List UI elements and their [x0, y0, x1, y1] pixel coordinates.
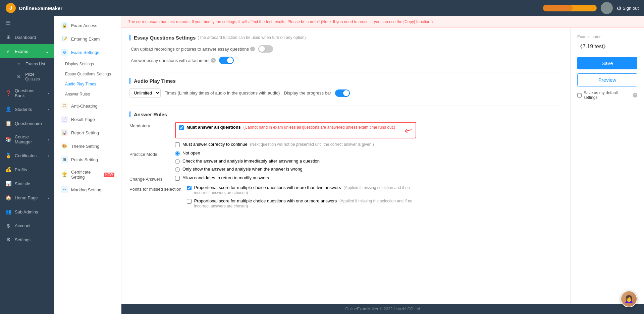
default-settings-checkbox[interactable] [577, 93, 582, 98]
red-arrow-icon: ↙ [402, 123, 415, 137]
check-immediately-row: Check the answer and analysis immediatel… [175, 159, 320, 164]
must-answer-all-checkbox[interactable] [179, 125, 184, 130]
sec-sidebar-label: Exam Access [71, 23, 97, 28]
answer-attachment-toggle[interactable] [219, 57, 234, 64]
must-answer-correctly-row: Must answer correctly to continue (Next … [175, 142, 416, 147]
not-open-radio[interactable] [175, 151, 180, 156]
power-icon: ⏻ [617, 6, 621, 11]
footer-text: OnlineExamMaker © 2022 Haozhi CO.Ltd [345, 307, 420, 311]
save-button[interactable]: Save [577, 57, 637, 69]
sidebar-item-certificates[interactable]: 🏅 Certificates [0, 148, 54, 163]
sidebar-item-label: Home Page [15, 195, 38, 200]
sidebar-item-label: Exams List [25, 62, 45, 66]
audio-play-times-section: Audio Play Times Unlimited 1 2 3 5 10 Ti… [129, 78, 562, 98]
sec-sidebar-label: Entering Exam [71, 37, 100, 42]
mandatory-row: Mandatory Must answer all questions (Can… [129, 122, 562, 147]
sidebar-item-statistic[interactable]: 📊 Statistic [0, 177, 54, 191]
toggle-knob [259, 46, 265, 52]
sub-item-essay-questions[interactable]: Essay Questions Settings [54, 69, 121, 79]
audio-times-select[interactable]: Unlimited 1 2 3 5 10 [129, 88, 161, 98]
essay-questions-title: Essay Questions Settings (The artboard f… [129, 35, 562, 41]
sub-item-audio-play-times[interactable]: Audio Play Times [54, 79, 121, 89]
sec-sidebar-exam-settings[interactable]: ⚙ Exam Settings [54, 46, 121, 59]
sidebar-item-home-page[interactable]: 🏠 Home Page [0, 191, 54, 205]
settings-icon: ⚙ [5, 237, 11, 243]
dashboard-icon: ⊞ [5, 34, 11, 40]
show-wrong-row: Only show the answer and analysis when t… [175, 167, 320, 172]
sidebar-item-exams-list[interactable]: ○ Exams List [11, 58, 54, 69]
sec-sidebar-label: Result Page [71, 117, 95, 122]
show-wrong-radio[interactable] [175, 167, 180, 172]
sidebar-item-course-manager[interactable]: 📚 Course Manager [0, 130, 54, 148]
sidebar-item-prize-quizzes[interactable]: ✕ Prize Quizzes [11, 69, 54, 84]
sec-sidebar-report-setting[interactable]: 📊 Report Setting [54, 126, 121, 139]
logo: J OnlineExamMaker [5, 3, 62, 13]
menu-toggle[interactable]: ☰ [0, 16, 54, 30]
sec-sidebar-result-page[interactable]: 📄 Result Page [54, 113, 121, 126]
exam-settings-icon: ⚙ [61, 49, 68, 56]
sidebar-item-questions-bank[interactable]: ❓ Questions Bank [0, 84, 54, 102]
essay-subtitle: (The artboard function can be used when … [198, 35, 306, 40]
proportional-multi-checkbox[interactable] [187, 186, 192, 190]
sidebar-item-questionnaire[interactable]: 📋 Questionnaire [0, 116, 54, 130]
answer-attachment-row: Answer essay questions with attachment ? [129, 57, 562, 64]
toggle-knob [227, 57, 233, 63]
sec-sidebar-certificate-setting[interactable]: 🏆 Certificate Setting NEW [54, 166, 121, 183]
sec-sidebar-theme-setting[interactable]: 🎨 Theme Setting [54, 139, 121, 153]
content-area: Essay Questions Settings (The artboard f… [121, 28, 644, 304]
preview-button[interactable]: Preview [577, 73, 637, 86]
sec-sidebar-marking-setting[interactable]: ✏ Marking Setting [54, 183, 121, 196]
sidebar-item-account[interactable]: $ Account [0, 219, 54, 233]
sec-sidebar-entering-exam[interactable]: 📝 Entering Exam [54, 32, 121, 46]
sec-sidebar-label: Exam Settings [71, 50, 99, 55]
questions-icon: ❓ [5, 90, 11, 96]
sign-out-button[interactable]: ⏻ Sign out [617, 6, 639, 11]
proportional-one-checkbox[interactable] [187, 199, 192, 204]
sidebar-item-exams[interactable]: ✓ Exams [0, 44, 54, 58]
upload-recordings-toggle[interactable] [258, 45, 273, 53]
help-icon-default[interactable]: ? [633, 93, 637, 98]
right-panel: Exam's name 《7.19 test》 Save Preview Sav… [570, 28, 644, 304]
sec-sidebar-exam-access[interactable]: 🔒 Exam Access [54, 19, 121, 32]
help-icon-upload[interactable]: ? [250, 47, 255, 51]
check-immediately-radio[interactable] [175, 159, 180, 164]
default-settings-row: Save as my default settings ? [577, 90, 637, 100]
audio-play-row: Unlimited 1 2 3 5 10 Times (Limit play t… [129, 88, 562, 98]
sec-sidebar-anti-cheating[interactable]: 🛡 Anti-Cheating [54, 99, 121, 113]
sec-sidebar-label: Anti-Cheating [71, 104, 98, 109]
user-avatar[interactable] [601, 2, 613, 14]
progress-bar-label: Display the progress bar [284, 90, 331, 96]
mandatory-checkboxes: Must answer all questions (Cannot hand i… [175, 122, 416, 147]
help-icon-attachment[interactable]: ? [211, 58, 216, 63]
must-answer-all-label: Must answer all questions (Cannot hand i… [186, 125, 395, 130]
sidebar-item-label: Prize Quizzes [25, 72, 49, 81]
logo-icon: J [5, 3, 16, 13]
sec-sidebar-points-setting[interactable]: ⊞ Points Setting [54, 153, 121, 166]
points-setting-icon: ⊞ [61, 156, 68, 163]
admins-icon: 👥 [5, 209, 11, 215]
profits-icon: 💰 [5, 167, 11, 173]
sidebar-item-profits[interactable]: 💰 Profits [0, 163, 54, 177]
divider2 [129, 106, 562, 106]
proportional-multi-row: Proportional score for multiple choice q… [187, 185, 422, 195]
sub-item-display-settings[interactable]: Display Settings [54, 59, 121, 69]
sidebar-item-label: Exams [15, 49, 28, 54]
layout: ☰ ⊞ Dashboard ✓ Exams ○ Exams List ✕ Pri… [0, 16, 644, 314]
sec-sidebar-label: Report Setting [71, 130, 99, 135]
progress-bar-toggle[interactable] [335, 89, 350, 97]
points-missed-options: Proportional score for multiple choice q… [187, 185, 422, 208]
sidebar-item-sub-admins[interactable]: 👥 Sub Admins [0, 205, 54, 219]
allow-modify-checkbox[interactable] [175, 176, 180, 181]
points-missed-row: Points for missed selection Proportional… [129, 185, 562, 208]
alert-banner: The current exam has test records. If yo… [121, 16, 644, 28]
sidebar-item-students[interactable]: 👤 Students [0, 102, 54, 116]
must-answer-correctly-checkbox[interactable] [175, 142, 180, 147]
exam-access-icon: 🔒 [61, 22, 68, 29]
sidebar-item-dashboard[interactable]: ⊞ Dashboard [0, 30, 54, 44]
practice-mode-options: Not open Check the answer and analysis i… [175, 150, 320, 172]
support-avatar[interactable]: 🙍‍♀️ [621, 291, 637, 307]
proportional-multi-label: Proportional score for multiple choice q… [194, 185, 422, 195]
sub-item-answer-rules[interactable]: Answer Rules [54, 89, 121, 99]
section-bar2 [129, 78, 130, 84]
sidebar-item-settings[interactable]: ⚙ Settings [0, 233, 54, 247]
